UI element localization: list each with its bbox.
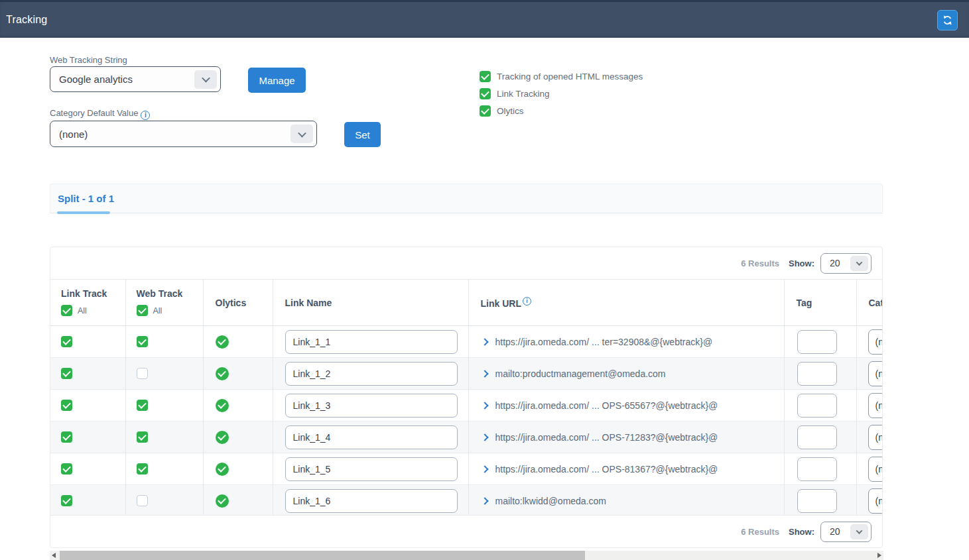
toggle-tracking-of-opened-html-messages: Tracking of opened HTML messages: [480, 68, 643, 85]
olytics-check-icon: [216, 494, 229, 508]
table-row: https://jira.omeda.com/ ... OPS-65567?@{…: [50, 390, 882, 421]
link-name-cell: [273, 485, 468, 516]
tag-input[interactable]: [797, 330, 837, 354]
category-select[interactable]: (none): [868, 393, 883, 418]
active-tab-underline: [57, 211, 110, 214]
olytics-cell: [203, 485, 273, 516]
link-url-row: mailto:lkwidd@omeda.com: [482, 496, 784, 506]
expand-chevron-icon[interactable]: [481, 402, 488, 409]
expand-chevron-icon[interactable]: [481, 338, 488, 345]
manage-button[interactable]: Manage: [248, 68, 306, 93]
category-cell: (none): [856, 358, 882, 390]
info-icon[interactable]: i: [523, 297, 531, 306]
links-table: Link Track All Web Track All Olytic: [50, 279, 882, 515]
info-icon[interactable]: i: [141, 111, 150, 120]
link-track-cell: [50, 421, 125, 453]
expand-chevron-icon[interactable]: [481, 465, 488, 473]
toggle-label: Tracking of opened HTML messages: [497, 72, 643, 82]
toggle-label: Olytics: [497, 106, 524, 116]
category-select[interactable]: (none): [868, 457, 883, 482]
link-name-input[interactable]: [285, 330, 458, 354]
link-name-input[interactable]: [285, 394, 458, 418]
category-default-value-label: Category Default Valuei: [50, 108, 150, 120]
tag-input[interactable]: [797, 362, 837, 386]
olytics-cell: [203, 390, 273, 421]
link-url-cell: mailto:productmanagement@omeda.com: [468, 358, 784, 390]
category-select[interactable]: (none): [868, 361, 883, 386]
web-track-cell: [125, 453, 203, 485]
web-tracking-string-value: Google analytics: [59, 74, 133, 85]
link-name-input[interactable]: [285, 425, 458, 449]
link-name-input[interactable]: [285, 489, 458, 513]
link-url-cell: https://jira.omeda.com/ ... OPS-71283?@{…: [468, 421, 784, 453]
web-tracking-string-select[interactable]: Google analytics: [50, 66, 221, 92]
category-cell: (none): [856, 390, 882, 421]
web-track-checkbox[interactable]: [137, 495, 148, 506]
category-select[interactable]: (none): [868, 329, 883, 355]
expand-chevron-icon[interactable]: [481, 370, 488, 377]
scroll-right-arrow[interactable]: [877, 553, 881, 558]
link-name-input[interactable]: [285, 362, 458, 386]
horizontal-scrollbar[interactable]: [50, 551, 883, 560]
expand-chevron-icon[interactable]: [481, 497, 488, 504]
olytics-cell: [203, 358, 273, 390]
toggle-checkbox[interactable]: [480, 105, 491, 117]
scrollbar-thumb[interactable]: [60, 551, 585, 560]
web-track-select-all-checkbox[interactable]: [137, 305, 148, 316]
scroll-left-arrow[interactable]: [52, 553, 56, 558]
page-size-value: 20: [830, 258, 840, 268]
category-select[interactable]: (none): [868, 425, 883, 450]
refresh-button[interactable]: [937, 10, 958, 30]
olytics-check-icon: [216, 399, 229, 412]
expand-chevron-icon[interactable]: [481, 433, 488, 441]
col-header-olytics: Olytics: [203, 280, 273, 326]
tag-input[interactable]: [797, 489, 837, 513]
toggle-olytics: Olytics: [480, 102, 643, 119]
category-default-value-select[interactable]: (none): [50, 121, 317, 147]
web-track-checkbox[interactable]: [137, 463, 148, 475]
olytics-check-icon: [216, 463, 229, 476]
link-name-input[interactable]: [285, 457, 458, 481]
toggle-checkbox[interactable]: [480, 88, 491, 99]
col-header-link-url: Link URLi: [468, 280, 784, 326]
tag-input[interactable]: [797, 394, 837, 418]
table-row: mailto:productmanagement@omeda.com(none): [50, 358, 882, 390]
tab-split-1[interactable]: Split - 1 of 1: [58, 193, 114, 204]
show-label: Show:: [789, 527, 814, 537]
link-track-checkbox[interactable]: [61, 463, 72, 475]
tag-cell: [784, 421, 856, 453]
web-track-checkbox[interactable]: [137, 368, 148, 379]
web-track-cell: [125, 358, 203, 390]
page-size-select[interactable]: 20: [820, 253, 872, 274]
web-track-checkbox[interactable]: [137, 400, 148, 411]
tag-input[interactable]: [797, 425, 837, 449]
link-track-checkbox[interactable]: [61, 336, 72, 347]
web-track-checkbox[interactable]: [137, 431, 148, 443]
chevron-down-icon: [291, 125, 313, 143]
col-header-tag: Tag: [784, 280, 856, 326]
tag-input[interactable]: [797, 457, 837, 481]
page-size-select[interactable]: 20: [820, 522, 872, 542]
link-track-checkbox[interactable]: [61, 400, 72, 411]
category-select[interactable]: (none): [868, 488, 883, 514]
link-track-checkbox[interactable]: [61, 368, 72, 379]
link-track-checkbox[interactable]: [61, 431, 72, 443]
page-title: Tracking: [6, 14, 47, 26]
web-track-cell: [125, 485, 203, 516]
col-header-link-name: Link Name: [273, 280, 468, 326]
link-track-select-all-checkbox[interactable]: [61, 305, 72, 316]
toggle-checkbox[interactable]: [480, 71, 491, 82]
link-track-cell: [50, 326, 125, 358]
set-button[interactable]: Set: [344, 122, 381, 147]
table-header-row: Link Track All Web Track All Olytic: [50, 280, 882, 326]
web-track-checkbox[interactable]: [137, 336, 148, 347]
category-cell: (none): [856, 421, 882, 453]
category-value: (none): [875, 368, 883, 379]
olytics-cell: [203, 421, 273, 453]
link-url-row: https://jira.omeda.com/ ... OPS-81367?@{…: [482, 464, 784, 475]
link-track-cell: [50, 358, 125, 390]
link-track-checkbox[interactable]: [61, 495, 72, 506]
toggle-label: Link Tracking: [497, 89, 550, 99]
results-count: 6 Results: [741, 258, 779, 268]
links-table-scroll-area[interactable]: Link Track All Web Track All Olytic: [50, 279, 882, 515]
